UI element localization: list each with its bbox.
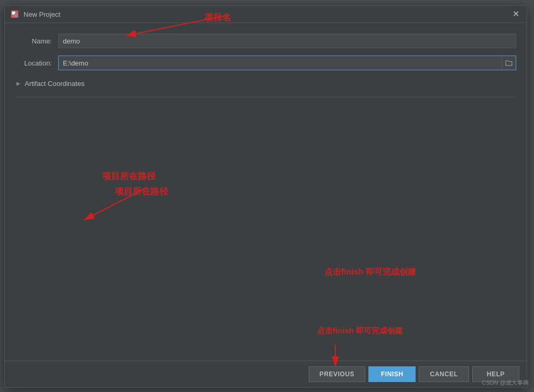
location-input[interactable]: [59, 56, 502, 70]
cancel-button[interactable]: CANCEL: [419, 366, 469, 382]
finish-button[interactable]: FINISH: [368, 366, 416, 382]
previous-button[interactable]: PREVIOUS: [309, 366, 366, 382]
location-field-wrapper: [58, 56, 516, 70]
name-row: Name:: [15, 34, 516, 48]
artifact-toggle-button[interactable]: [15, 81, 21, 87]
browse-folder-button[interactable]: [502, 56, 516, 70]
title-bar-left: New Project: [10, 9, 60, 19]
name-input[interactable]: [58, 34, 516, 48]
location-row: Location:: [15, 56, 516, 70]
new-project-dialog: New Project ✕ Name: Location:: [4, 5, 527, 388]
svg-rect-2: [14, 14, 17, 17]
footer: PREVIOUS FINISH CANCEL HELP: [5, 361, 527, 387]
screenshot-wrapper: New Project ✕ Name: Location:: [0, 0, 534, 392]
watermark: CSDN @成大事啊: [482, 379, 529, 387]
annotation-finish-hint: 点击finish 即可完成创建: [324, 267, 416, 278]
close-button[interactable]: ✕: [510, 9, 521, 19]
location-label: Location:: [15, 59, 52, 67]
artifact-label: Artifact Coordinates: [25, 80, 84, 88]
annotation-project-path: 项目所在路径: [115, 186, 168, 198]
title-bar: New Project ✕: [5, 6, 527, 23]
main-area: 项目名 项目所在路径 点击finish 即可完成创建: [15, 107, 516, 355]
svg-marker-3: [16, 82, 20, 85]
artifact-section: Artifact Coordinates: [15, 78, 516, 90]
project-icon: [10, 9, 19, 19]
dialog-title: New Project: [24, 10, 60, 18]
dialog-content: Name: Location:: [5, 23, 527, 361]
separator: [15, 97, 516, 97]
name-label: Name:: [15, 37, 52, 45]
